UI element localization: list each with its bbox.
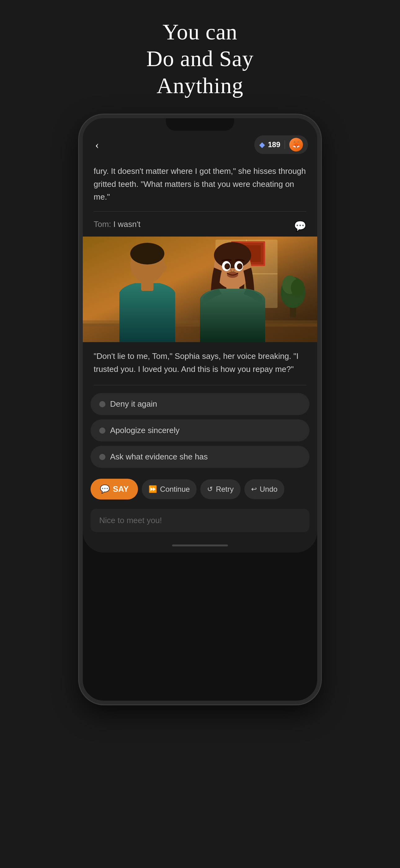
say-button[interactable]: 💬 SAY: [91, 479, 138, 499]
continue-button[interactable]: ⏩ Continue: [142, 479, 197, 499]
retry-button[interactable]: ↺ Retry: [200, 479, 240, 499]
gem-icon: ◆: [259, 140, 265, 149]
choice-evidence[interactable]: Ask what evidence she has: [91, 446, 309, 468]
tom-dialogue: Tom: I wasn't: [94, 219, 140, 229]
divider: [285, 140, 285, 149]
top-right-widget: ◆ 189 🦊: [254, 135, 308, 154]
svg-point-23: [227, 272, 238, 278]
sophia-dialogue: "Don't lie to me, Tom," Sophia says, her…: [83, 342, 317, 382]
back-button[interactable]: ‹: [92, 136, 102, 153]
divider-2: [94, 385, 306, 385]
choice-dot-2: [99, 428, 105, 434]
svg-point-12: [291, 279, 304, 297]
tom-dialogue-row: Tom: I wasn't 💬: [83, 215, 317, 237]
scene-image: [83, 237, 317, 342]
divider-1: [94, 211, 306, 212]
choice-dot-3: [99, 454, 105, 460]
gem-count: 189: [268, 140, 280, 149]
choice-evidence-label: Ask what evidence she has: [110, 452, 208, 462]
continue-icon: ⏩: [148, 485, 157, 493]
input-placeholder: Nice to meet you!: [99, 516, 162, 525]
choices-section: Deny it again Apologize sincerely Ask wh…: [83, 389, 317, 472]
avatar[interactable]: 🦊: [289, 138, 303, 152]
undo-button[interactable]: ↩ Undo: [244, 479, 284, 499]
svg-point-16: [159, 262, 167, 273]
undo-label: Undo: [260, 485, 277, 494]
svg-point-18: [214, 242, 251, 268]
choice-deny-label: Deny it again: [110, 399, 157, 409]
svg-point-14: [130, 243, 164, 265]
continue-label: Continue: [160, 485, 190, 494]
say-chat-icon: 💬: [100, 484, 110, 494]
scene-svg: [83, 237, 317, 342]
phone-notch: [166, 118, 234, 131]
choice-dot-1: [99, 401, 105, 407]
say-button-label: SAY: [113, 484, 129, 494]
phone-frame: ‹ ◆ 189 🦊 fury. It doesn't matter where …: [79, 115, 321, 704]
tom-line: I wasn't: [113, 219, 140, 229]
story-intro-text: fury. It doesn't matter where I got them…: [83, 159, 317, 208]
retry-label: Retry: [216, 485, 233, 494]
action-row: 💬 SAY ⏩ Continue ↺ Retry ↩ Undo: [83, 472, 317, 506]
retry-icon: ↺: [207, 485, 213, 493]
choice-apologize[interactable]: Apologize sincerely: [91, 420, 309, 441]
choice-deny[interactable]: Deny it again: [91, 393, 309, 415]
home-indicator: [172, 545, 228, 547]
tom-speaker: Tom:: [94, 219, 111, 229]
phone-screen: ‹ ◆ 189 🦊 fury. It doesn't matter where …: [83, 118, 317, 553]
choice-apologize-label: Apologize sincerely: [110, 426, 179, 435]
page-title: You can Do and Say Anything: [146, 19, 254, 99]
svg-point-22: [237, 263, 242, 270]
undo-icon: ↩: [251, 485, 257, 493]
svg-point-21: [225, 263, 230, 270]
chat-icon: 💬: [294, 220, 306, 232]
svg-rect-15: [141, 280, 154, 291]
input-area[interactable]: Nice to meet you!: [91, 509, 309, 532]
